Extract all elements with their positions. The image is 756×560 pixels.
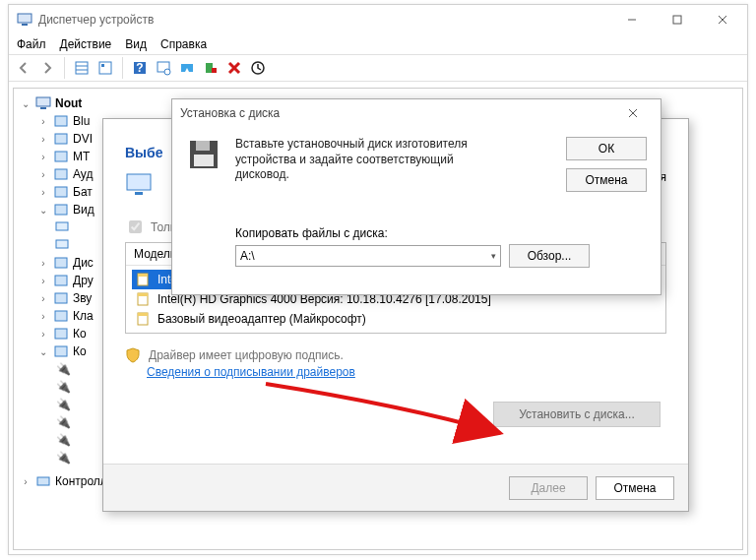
tree-node-label[interactable]: Ауд (73, 167, 93, 181)
menu-view[interactable]: Вид (125, 34, 147, 54)
tree-node-label[interactable]: Blu (73, 114, 90, 128)
path-combobox[interactable]: A:\ ▾ (235, 245, 501, 267)
chevron-icon[interactable]: › (37, 134, 49, 145)
chevron-icon[interactable]: › (37, 329, 49, 340)
chevron-down-icon[interactable]: ⌄ (20, 98, 32, 109)
cancel-button[interactable]: Отмена (566, 168, 647, 192)
svg-rect-34 (55, 311, 67, 321)
uninstall-button[interactable] (200, 57, 221, 79)
chevron-icon[interactable]: › (37, 116, 49, 127)
driver-file-icon (136, 272, 152, 287)
path-value: A:\ (240, 249, 255, 263)
ok-button[interactable]: ОК (566, 137, 647, 160)
svg-rect-38 (127, 174, 151, 190)
scan-hardware-button[interactable] (153, 57, 174, 79)
svg-rect-9 (99, 62, 111, 74)
svg-rect-30 (56, 240, 68, 248)
maximize-button[interactable] (655, 6, 700, 33)
install-from-disk-dialog: Установка с диска Вставьте установочный … (171, 98, 662, 295)
cancel-button[interactable]: Отмена (596, 476, 674, 500)
display-adapter-icon (55, 219, 71, 235)
svg-text:?: ? (136, 61, 143, 75)
svg-rect-36 (55, 346, 67, 356)
svg-rect-21 (36, 97, 50, 106)
device-category-icon (53, 290, 69, 306)
usb-icon: 🔌 (55, 414, 71, 430)
chevron-icon[interactable]: ⌄ (37, 205, 49, 216)
device-category-icon (53, 184, 69, 200)
menu-file[interactable]: Файл (17, 34, 46, 54)
properties-button[interactable] (94, 57, 116, 79)
svg-rect-43 (138, 293, 148, 296)
driver-signed-text: Драйвер имеет цифровую подпись. (149, 348, 344, 362)
copy-from-label: Копировать файлы с диска: (235, 226, 647, 240)
device-category-icon (53, 202, 69, 218)
chevron-down-icon[interactable]: ▾ (491, 251, 496, 261)
device-category-icon (53, 166, 69, 182)
svg-rect-37 (37, 477, 49, 485)
svg-rect-10 (101, 64, 104, 67)
minimize-button[interactable] (609, 6, 655, 33)
back-button[interactable] (13, 57, 34, 79)
display-adapter-icon (55, 237, 71, 253)
chevron-icon[interactable]: › (37, 276, 49, 286)
display-icon (125, 170, 157, 202)
root-node[interactable]: Nout (55, 96, 82, 110)
chevron-icon[interactable]: › (37, 258, 49, 269)
model-item[interactable]: Базовый видеоадаптер (Майкрософт) (132, 309, 660, 329)
chevron-right-icon[interactable]: › (20, 476, 32, 487)
driver-signing-link[interactable]: Сведения о подписывании драйверов (103, 365, 688, 379)
menu-action[interactable]: Действие (60, 34, 112, 54)
tree-node-label[interactable]: Кла (73, 309, 94, 323)
usb-icon: 🔌 (55, 450, 71, 466)
controller-icon (35, 473, 51, 489)
forward-button[interactable] (36, 57, 58, 79)
svg-rect-22 (40, 107, 46, 109)
svg-rect-0 (18, 14, 32, 23)
next-button[interactable]: Далее (509, 476, 588, 500)
browse-button[interactable]: Обзор... (509, 244, 590, 268)
svg-rect-32 (55, 276, 67, 285)
svg-rect-6 (76, 62, 88, 74)
svg-rect-17 (212, 68, 217, 73)
svg-rect-39 (135, 192, 143, 195)
only-compatible-input[interactable] (129, 220, 142, 233)
device-category-icon (53, 273, 69, 288)
delete-button[interactable] (223, 57, 245, 79)
tree-node-label[interactable]: DVI (73, 132, 93, 146)
svg-rect-25 (55, 152, 67, 161)
svg-point-14 (164, 69, 170, 75)
computer-icon (17, 12, 32, 28)
device-category-icon (53, 149, 69, 164)
svg-rect-50 (194, 155, 214, 166)
titlebar: Диспетчер устройств (9, 5, 747, 34)
tree-node-label[interactable]: Бат (73, 185, 93, 199)
chevron-icon[interactable]: › (37, 169, 49, 180)
svg-rect-3 (673, 16, 681, 24)
install-from-disk-button[interactable]: Установить с диска... (493, 402, 661, 427)
tree-node-label[interactable]: Ко (73, 327, 87, 341)
chevron-icon[interactable]: ⌄ (37, 346, 49, 357)
svg-rect-41 (138, 274, 148, 277)
driver-file-icon (136, 311, 152, 327)
svg-rect-24 (55, 134, 67, 144)
chevron-icon[interactable]: › (37, 152, 49, 162)
chevron-icon[interactable]: › (37, 311, 49, 322)
tree-node-label[interactable]: MT (73, 150, 90, 163)
update-driver-button[interactable] (176, 57, 198, 79)
details-button[interactable] (71, 57, 93, 79)
tree-node-label[interactable]: Дру (73, 274, 94, 287)
tree-node-label[interactable]: Вид (73, 203, 94, 217)
tree-node-label[interactable]: Ко (73, 344, 87, 358)
tree-node-label[interactable]: Зву (73, 291, 92, 305)
help-button[interactable]: ? (129, 57, 151, 79)
device-category-icon (53, 308, 69, 324)
tree-node-label[interactable]: Дис (73, 256, 94, 270)
chevron-icon[interactable]: › (37, 293, 49, 304)
disable-button[interactable] (247, 57, 269, 79)
close-button[interactable] (700, 6, 745, 33)
chevron-icon[interactable]: › (37, 187, 49, 198)
close-button[interactable] (613, 99, 653, 127)
svg-rect-26 (55, 169, 67, 179)
menu-help[interactable]: Справка (160, 34, 207, 54)
